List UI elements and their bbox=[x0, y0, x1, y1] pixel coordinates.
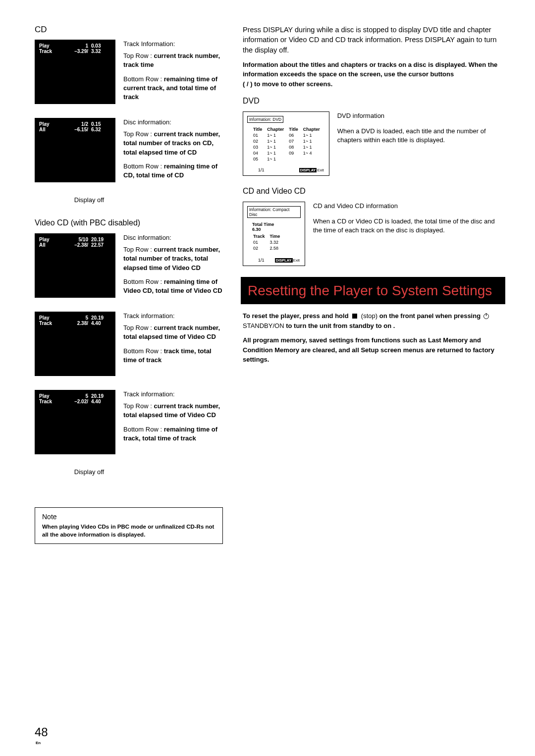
stop-icon bbox=[352, 314, 357, 319]
cd-heading: CD bbox=[35, 25, 223, 35]
th: Chapter bbox=[303, 127, 324, 132]
lcd-vcd-track2: Play520.19 Track–2.02/4.40 bbox=[35, 390, 115, 454]
desc-label: Top Row : bbox=[123, 52, 154, 59]
note-heading: Note bbox=[42, 513, 215, 521]
lcd-vcd-track1: Play520.19 Track2.38/4.40 bbox=[35, 312, 115, 376]
vcd-track1-block: Play520.19 Track2.38/4.40 Track informat… bbox=[35, 312, 223, 379]
td bbox=[303, 157, 324, 162]
lcd-val: 1/2 bbox=[64, 121, 91, 127]
td: 1~ 1 bbox=[267, 157, 288, 162]
lcd-label: Track bbox=[39, 399, 64, 404]
lcd-val: 20.19 bbox=[91, 237, 111, 242]
td: 1~ 1 bbox=[303, 145, 324, 150]
cdvcd-heading: CD and Video CD bbox=[243, 187, 505, 196]
lcd-val: 5 bbox=[64, 315, 91, 321]
dvd-info-block: Information: DVD TitleChapterTitleChapte… bbox=[243, 111, 505, 176]
desc-text: When a DVD is loaded, each title and the… bbox=[337, 127, 505, 145]
lcd-label: Play bbox=[39, 237, 64, 242]
td: 1~ 1 bbox=[303, 139, 324, 144]
vcd-disc-desc: Disc information: Top Row : current trac… bbox=[123, 233, 223, 295]
desc-label: Bottom Row : bbox=[123, 75, 164, 83]
page-number: 48 bbox=[35, 725, 48, 739]
reset-paragraph-1: To reset the player, press and hold (sto… bbox=[243, 311, 505, 330]
lcd-label: Play bbox=[39, 121, 64, 127]
dvd-desc: DVD information When a DVD is loaded, ea… bbox=[337, 111, 505, 145]
desc-title: DVD information bbox=[337, 111, 505, 120]
lcd-val: –2.38/ bbox=[64, 242, 91, 248]
bold-text: Information about the titles and chapter… bbox=[243, 61, 497, 78]
td: 02 bbox=[253, 246, 269, 251]
dvd-info-box: Information: DVD TitleChapterTitleChapte… bbox=[243, 111, 329, 176]
lcd-val: 4.40 bbox=[91, 321, 111, 326]
total-label: Total Time bbox=[252, 222, 292, 227]
page-indicator: 1/1 bbox=[258, 167, 265, 172]
lcd-label: Track bbox=[39, 49, 64, 54]
td: 09 bbox=[289, 151, 302, 156]
desc-label: Top Row : bbox=[123, 246, 154, 253]
td: 07 bbox=[289, 139, 302, 144]
lcd-val: 0.03 bbox=[91, 43, 111, 49]
info-box-title: Information: DVD bbox=[247, 116, 283, 123]
td: 1~ 1 bbox=[267, 139, 288, 144]
display-tag: DISPLAY bbox=[299, 168, 317, 172]
note-body: When playing Video CDs in PBC mode or un… bbox=[42, 523, 215, 539]
page-indicator: 1/1 bbox=[258, 258, 265, 263]
paragraph-1: Press DISPLAY during while a disc is sto… bbox=[243, 25, 505, 55]
td: 03 bbox=[253, 145, 266, 150]
lcd-label: All bbox=[39, 242, 64, 248]
standby-icon bbox=[483, 314, 489, 319]
lcd-val: 1 bbox=[64, 43, 91, 49]
desc-title: Disc information: bbox=[123, 118, 223, 127]
normal-span: (stop) bbox=[361, 312, 377, 320]
desc-label: Bottom Row : bbox=[123, 426, 164, 433]
cd-desc: CD and Video CD information When a CD or… bbox=[313, 202, 505, 235]
desc-title: Disc information: bbox=[123, 233, 223, 242]
lcd-val: –2.02/ bbox=[64, 399, 91, 404]
bold-span: on the front panel when pressing bbox=[379, 312, 482, 320]
exit-label: Exit bbox=[317, 168, 323, 172]
th: Title bbox=[289, 127, 302, 132]
reset-banner: Resetting the Player to System Settings bbox=[241, 277, 505, 304]
paragraph-2: Information about the titles and chapter… bbox=[243, 60, 505, 89]
reset-paragraph-2: All program memory, saved settings from … bbox=[243, 335, 505, 365]
right-column: Press DISPLAY during while a disc is sto… bbox=[243, 25, 505, 544]
lcd-cd-disc: Play1/20.15 All–6.15/6.32 bbox=[35, 118, 115, 182]
bold-span: To reset the player, press and hold bbox=[243, 312, 350, 320]
left-column: CD Play10.03 Track–3.29/3.32 Track Infor… bbox=[35, 25, 223, 544]
lcd-cd-track: Play10.03 Track–3.29/3.32 bbox=[35, 40, 115, 104]
lcd-label: Play bbox=[39, 393, 64, 399]
lcd-val: 0.15 bbox=[91, 121, 111, 127]
desc-text: When a CD or Video CD is loaded, the tot… bbox=[313, 217, 505, 235]
cd-track-block: Play10.03 Track–3.29/3.32 Track Informat… bbox=[35, 40, 223, 107]
exit-label: Exit bbox=[293, 258, 300, 263]
lcd-label: All bbox=[39, 127, 64, 132]
td: 04 bbox=[253, 151, 266, 156]
td: 1~ 4 bbox=[303, 151, 324, 156]
td: 1~ 1 bbox=[267, 151, 288, 156]
lcd-val: 20.19 bbox=[91, 315, 111, 321]
total-time-row: Total Time 6.30 bbox=[252, 222, 301, 232]
vcd-track1-desc: Track information: Top Row : current tra… bbox=[123, 312, 223, 365]
td: 06 bbox=[289, 133, 302, 138]
desc-label: Top Row : bbox=[123, 130, 154, 138]
td: 01 bbox=[253, 240, 269, 245]
td: 1~ 1 bbox=[267, 133, 288, 138]
desc-label: Bottom Row : bbox=[123, 278, 164, 285]
td: 1~ 1 bbox=[303, 133, 324, 138]
desc-label: Bottom Row : bbox=[123, 347, 164, 355]
td: 01 bbox=[253, 133, 266, 138]
desc-title: Track information: bbox=[123, 390, 223, 399]
th: Track bbox=[253, 234, 269, 239]
lcd-val: 6.32 bbox=[91, 127, 111, 132]
bold-text: ( / ) to move to other screens. bbox=[243, 80, 332, 88]
td: 2.58 bbox=[270, 246, 285, 251]
desc-title: Track information: bbox=[123, 312, 223, 321]
td bbox=[289, 157, 302, 162]
cd-info-block: Information: Compact Disc Total Time 6.3… bbox=[243, 202, 505, 266]
page-lang: En bbox=[36, 741, 41, 745]
lcd-val: –3.29/ bbox=[64, 49, 91, 54]
lcd-val: –6.15/ bbox=[64, 127, 91, 132]
info-footer: 1/1 DISPLAYExit bbox=[248, 258, 300, 263]
display-off-2: Display off bbox=[64, 468, 114, 476]
lcd-val: 20.19 bbox=[91, 393, 111, 399]
